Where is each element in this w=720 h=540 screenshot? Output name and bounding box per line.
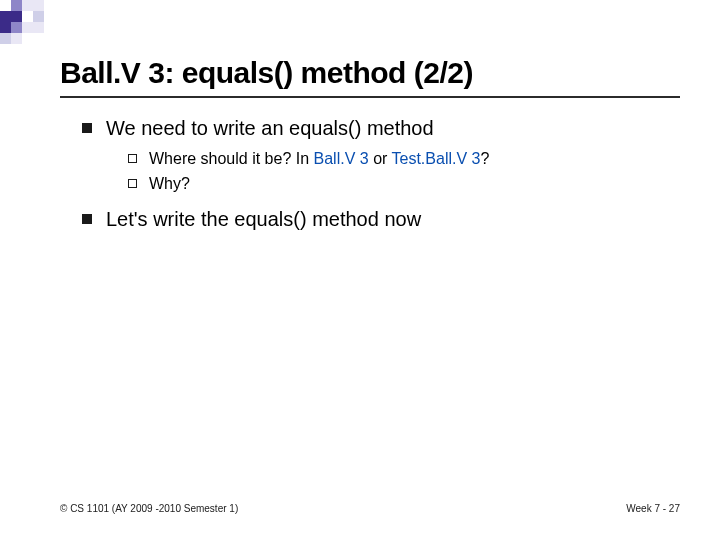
footer-copyright: © CS 1101 (AY 2009 -2010 Semester 1): [60, 503, 238, 514]
subbullet-text: Why?: [149, 174, 190, 195]
footer-page-number: Week 7 - 27: [626, 503, 680, 514]
subbullet-group: Where should it be? In Ball.V 3 or Test.…: [128, 149, 680, 195]
bullet-text: Let's write the equals() method now: [106, 207, 421, 232]
hollow-square-bullet-icon: [128, 154, 137, 163]
text-segment: or: [369, 150, 392, 167]
title-underline: [60, 96, 680, 98]
square-bullet-icon: [82, 123, 92, 133]
class-name: Ball.V 3: [314, 150, 369, 167]
hollow-square-bullet-icon: [128, 179, 137, 188]
text-segment: ?: [480, 150, 489, 167]
text-segment: Where should it be? In: [149, 150, 314, 167]
class-name: Test.Ball.V 3: [392, 150, 481, 167]
corner-decoration: [0, 0, 44, 44]
bullet-level1: We need to write an equals() method: [82, 116, 680, 141]
bullet-text: We need to write an equals() method: [106, 116, 434, 141]
bullet-level2: Why?: [128, 174, 680, 195]
slide: Ball.V 3: equals() method (2/2) We need …: [0, 0, 720, 540]
subbullet-text: Where should it be? In Ball.V 3 or Test.…: [149, 149, 489, 170]
square-bullet-icon: [82, 214, 92, 224]
bullet-level1: Let's write the equals() method now: [82, 207, 680, 232]
bullet-level2: Where should it be? In Ball.V 3 or Test.…: [128, 149, 680, 170]
slide-title: Ball.V 3: equals() method (2/2): [60, 56, 473, 90]
slide-body: We need to write an equals() method Wher…: [82, 116, 680, 240]
